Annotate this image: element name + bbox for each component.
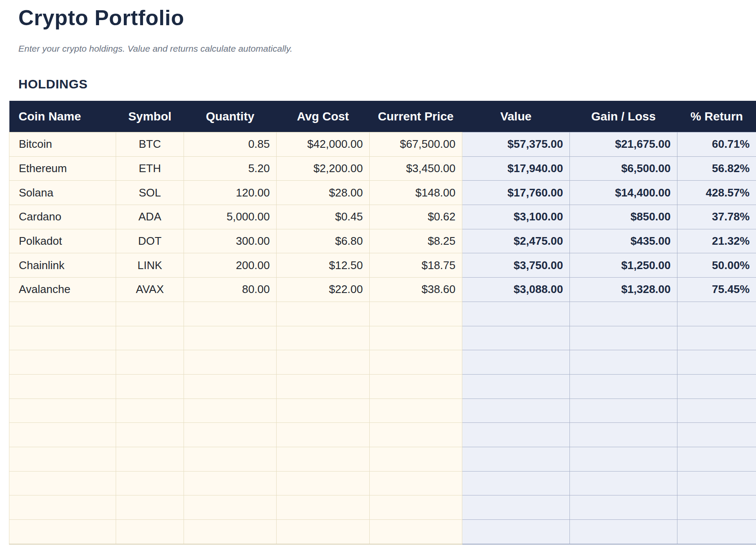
cell-coin-name[interactable] (9, 520, 116, 544)
cell-quantity[interactable]: 200.00 (184, 253, 277, 278)
cell-coin-name[interactable] (9, 495, 116, 520)
cell-avg-cost[interactable] (277, 495, 370, 520)
cell-current-price[interactable] (370, 302, 462, 326)
cell-coin-name[interactable]: Ethereum (9, 156, 116, 181)
cell-current-price[interactable]: $8.25 (370, 229, 462, 253)
cell-coin-name[interactable] (9, 326, 116, 350)
cell-current-price[interactable]: $148.00 (370, 181, 462, 205)
cell-symbol[interactable]: ETH (116, 156, 184, 181)
cell-current-price[interactable] (370, 326, 462, 350)
col-header-symbol: Symbol (116, 101, 184, 132)
cell-avg-cost[interactable]: $22.00 (277, 278, 370, 302)
cell-symbol[interactable] (116, 447, 184, 471)
cell-coin-name[interactable]: Chainlink (9, 253, 116, 278)
cell-avg-cost[interactable] (277, 520, 370, 544)
cell-current-price[interactable]: $67,500.00 (370, 132, 462, 157)
table-header-row: Coin NameSymbolQuantityAvg CostCurrent P… (9, 101, 756, 132)
cell-avg-cost[interactable] (277, 447, 370, 471)
cell-quantity[interactable] (184, 350, 277, 375)
cell-quantity[interactable] (184, 471, 277, 495)
cell-value: $3,750.00 (462, 253, 570, 278)
cell-coin-name[interactable]: Avalanche (9, 278, 116, 302)
cell-current-price[interactable] (370, 374, 462, 399)
cell-quantity[interactable] (184, 302, 277, 326)
cell-avg-cost[interactable] (277, 423, 370, 447)
cell-symbol[interactable]: DOT (116, 229, 184, 253)
table-row: PolkadotDOT300.00$6.80$8.25$2,475.00$435… (9, 229, 756, 253)
cell-avg-cost[interactable] (277, 471, 370, 495)
cell-current-price[interactable] (370, 423, 462, 447)
cell-symbol[interactable] (116, 471, 184, 495)
cell-quantity[interactable]: 300.00 (184, 229, 277, 253)
table-row: CardanoADA5,000.00$0.45$0.62$3,100.00$85… (9, 205, 756, 229)
cell-current-price[interactable] (370, 350, 462, 375)
cell-coin-name[interactable]: Cardano (9, 205, 116, 229)
cell-current-price[interactable]: $38.60 (370, 278, 462, 302)
cell-coin-name[interactable] (9, 471, 116, 495)
col-header-current-price: Current Price (370, 101, 462, 132)
cell-avg-cost[interactable] (277, 374, 370, 399)
cell-value: $17,940.00 (462, 156, 570, 181)
cell-quantity[interactable]: 120.00 (184, 181, 277, 205)
cell-avg-cost[interactable] (277, 326, 370, 350)
cell-avg-cost[interactable]: $12.50 (277, 253, 370, 278)
cell-gain-loss: $6,500.00 (570, 156, 677, 181)
cell-symbol[interactable] (116, 326, 184, 350)
cell-symbol[interactable] (116, 399, 184, 423)
cell-quantity[interactable] (184, 495, 277, 520)
cell-percent-return (677, 520, 756, 544)
cell-quantity[interactable] (184, 423, 277, 447)
cell-coin-name[interactable]: Solana (9, 181, 116, 205)
cell-symbol[interactable]: SOL (116, 181, 184, 205)
cell-coin-name[interactable] (9, 447, 116, 471)
cell-current-price[interactable] (370, 399, 462, 423)
cell-quantity[interactable]: 5,000.00 (184, 205, 277, 229)
cell-quantity[interactable] (184, 326, 277, 350)
cell-symbol[interactable]: ADA (116, 205, 184, 229)
cell-coin-name[interactable] (9, 374, 116, 399)
cell-avg-cost[interactable]: $2,200.00 (277, 156, 370, 181)
cell-quantity[interactable] (184, 520, 277, 544)
cell-current-price[interactable]: $18.75 (370, 253, 462, 278)
cell-quantity[interactable]: 0.85 (184, 132, 277, 157)
cell-symbol[interactable]: LINK (116, 253, 184, 278)
cell-current-price[interactable] (370, 471, 462, 495)
cell-coin-name[interactable]: Bitcoin (9, 132, 116, 157)
cell-current-price[interactable]: $0.62 (370, 205, 462, 229)
cell-current-price[interactable] (370, 495, 462, 520)
cell-quantity[interactable]: 5.20 (184, 156, 277, 181)
cell-symbol[interactable] (116, 423, 184, 447)
cell-current-price[interactable]: $3,450.00 (370, 156, 462, 181)
cell-avg-cost[interactable]: $28.00 (277, 181, 370, 205)
cell-avg-cost[interactable] (277, 350, 370, 375)
cell-gain-loss: $21,675.00 (570, 132, 677, 157)
cell-symbol[interactable]: AVAX (116, 278, 184, 302)
cell-current-price[interactable] (370, 520, 462, 544)
cell-coin-name[interactable] (9, 302, 116, 326)
cell-coin-name[interactable]: Polkadot (9, 229, 116, 253)
cell-avg-cost[interactable]: $6.80 (277, 229, 370, 253)
cell-coin-name[interactable] (9, 423, 116, 447)
cell-coin-name[interactable] (9, 399, 116, 423)
cell-quantity[interactable] (184, 447, 277, 471)
cell-value (462, 399, 570, 423)
cell-symbol[interactable] (116, 350, 184, 375)
col-header-coin-name: Coin Name (9, 101, 116, 132)
cell-avg-cost[interactable] (277, 399, 370, 423)
cell-symbol[interactable] (116, 520, 184, 544)
cell-avg-cost[interactable]: $42,000.00 (277, 132, 370, 157)
cell-symbol[interactable]: BTC (116, 132, 184, 157)
cell-quantity[interactable]: 80.00 (184, 278, 277, 302)
cell-coin-name[interactable] (9, 350, 116, 375)
cell-percent-return: 21.32% (677, 229, 756, 253)
cell-avg-cost[interactable] (277, 302, 370, 326)
cell-symbol[interactable] (116, 302, 184, 326)
cell-current-price[interactable] (370, 447, 462, 471)
cell-value (462, 302, 570, 326)
cell-symbol[interactable] (116, 495, 184, 520)
cell-avg-cost[interactable]: $0.45 (277, 205, 370, 229)
cell-quantity[interactable] (184, 374, 277, 399)
cell-symbol[interactable] (116, 374, 184, 399)
cell-value (462, 520, 570, 544)
cell-quantity[interactable] (184, 399, 277, 423)
